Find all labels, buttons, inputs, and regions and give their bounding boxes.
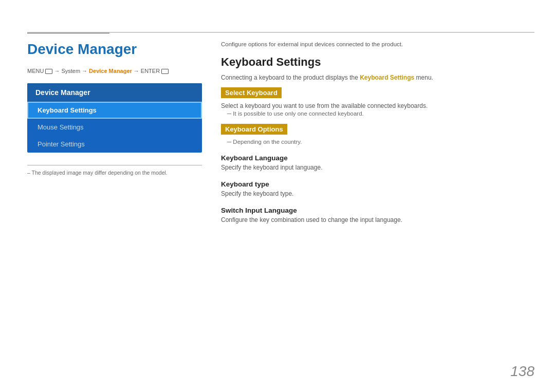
menu-header: Device Manager [27,83,202,102]
breadcrumb-device-manager: Device Manager [89,68,132,74]
breadcrumb-menu: MENU [27,68,44,74]
menu-item-pointer-settings[interactable]: Pointer Settings [27,136,202,153]
note-section: – The displayed image may differ dependi… [27,165,202,176]
select-keyboard-badge: Select Keyboard [221,87,282,98]
section-desc-highlight: Keyboard Settings [360,74,414,81]
keyboard-options-note: Depending on the country. [221,139,534,145]
breadcrumb-arrow-2: → [82,68,87,74]
top-divider-line [27,32,534,33]
breadcrumb-arrow-1: → [54,68,60,74]
option-keyboard-type-title: Keyboard type [221,180,534,188]
section-desc-prefix: Connecting a keyboard to the product dis… [221,74,360,81]
option-switch-input-language: Switch Input Language Configure the key … [221,207,534,223]
section-title: Keyboard Settings [221,55,534,69]
breadcrumb-arrow-3: → [134,68,139,74]
option-keyboard-type-desc: Specify the keyboard type. [221,190,534,197]
device-manager-menu: Device Manager Keyboard Settings Mouse S… [27,83,202,153]
option-keyboard-type: Keyboard type Specify the keyboard type. [221,180,534,197]
option-switch-input-language-title: Switch Input Language [221,207,534,214]
keyboard-options-badge: Keyboard Options [221,124,287,135]
breadcrumb: MENU → System → Device Manager → ENTER [27,68,202,74]
menu-item-mouse-settings[interactable]: Mouse Settings [27,119,202,136]
page-title: Device Manager [27,41,202,58]
breadcrumb-enter: ENTER [141,68,160,74]
option-keyboard-language-title: Keyboard Language [221,154,534,162]
select-keyboard-note: It is possible to use only one connected… [221,110,534,117]
menu-item-keyboard-settings[interactable]: Keyboard Settings [27,102,202,119]
menu-icon [45,69,52,74]
right-panel: Configure options for external input dev… [221,41,534,225]
section-desc-suffix: menu. [414,74,433,81]
enter-icon [161,69,169,74]
option-keyboard-language: Keyboard Language Specify the keyboard i… [221,154,534,171]
right-intro: Configure options for external input dev… [221,41,534,47]
section-desc: Connecting a keyboard to the product dis… [221,74,534,81]
note-text: – The displayed image may differ dependi… [27,170,202,176]
page-number: 138 [510,363,534,380]
left-panel: Device Manager MENU → System → Device Ma… [27,41,202,176]
select-keyboard-desc: Select a keyboard you want to use from t… [221,102,534,109]
option-switch-input-language-desc: Configure the key combination used to ch… [221,216,534,223]
option-keyboard-language-desc: Specify the keyboard input language. [221,164,534,171]
breadcrumb-system: System [61,68,80,74]
